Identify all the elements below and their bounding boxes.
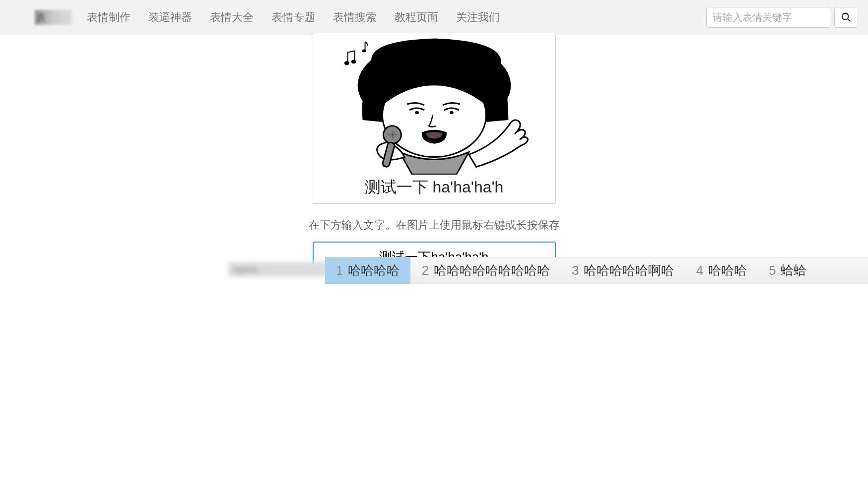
main-content: 测试一下 ha'ha'ha'h 在下方输入文字。在图片上使用鼠标右键或长按保存 …	[0, 35, 868, 272]
ime-candidate-number: 2	[421, 263, 428, 278]
site-logo[interactable]: 表	[35, 10, 72, 25]
ime-candidate-text: 哈哈哈	[708, 262, 747, 279]
nav-link-tool[interactable]: 装逼神器	[148, 10, 192, 25]
nav-link-topic[interactable]: 表情专题	[271, 10, 315, 25]
ime-candidate-5[interactable]: 5 蛤蛤	[758, 257, 817, 284]
blurred-watermark: spyna...	[228, 262, 328, 277]
hint-text: 在下方输入文字。在图片上使用鼠标右键或长按保存	[309, 218, 560, 233]
ime-candidate-bar: 1 哈哈哈哈 2 哈哈哈哈哈哈哈哈哈 3 哈哈哈哈哈啊哈 4 哈哈哈 5 蛤蛤	[325, 257, 868, 284]
ime-candidate-text: 哈哈哈哈哈哈哈哈哈	[434, 262, 550, 279]
navbar: 表 表情制作 装逼神器 表情大全 表情专题 表情搜索 教程页面 关注我们	[0, 0, 868, 35]
meme-caption: 测试一下 ha'ha'ha'h	[365, 177, 504, 198]
svg-point-7	[415, 111, 419, 114]
svg-point-4	[362, 49, 366, 52]
search-icon	[841, 12, 852, 23]
search-button[interactable]	[834, 7, 858, 28]
ime-candidate-number: 3	[572, 263, 579, 278]
ime-candidate-3[interactable]: 3 哈哈哈哈哈啊哈	[561, 257, 685, 284]
ime-candidate-2[interactable]: 2 哈哈哈哈哈哈哈哈哈	[410, 257, 560, 284]
ime-candidate-number: 5	[769, 263, 776, 278]
meme-image	[313, 36, 555, 175]
svg-point-2	[344, 61, 349, 65]
meme-preview[interactable]: 测试一下 ha'ha'ha'h	[313, 33, 556, 204]
svg-point-8	[449, 111, 453, 114]
svg-point-3	[351, 60, 356, 63]
ime-candidate-1[interactable]: 1 哈哈哈哈	[325, 257, 410, 284]
nav-link-search[interactable]: 表情搜索	[333, 10, 377, 25]
search-input[interactable]	[706, 7, 830, 28]
nav-link-follow[interactable]: 关注我们	[456, 10, 500, 25]
ime-candidate-number: 4	[696, 263, 703, 278]
nav-link-all[interactable]: 表情大全	[210, 10, 254, 25]
svg-line-1	[848, 19, 851, 22]
ime-candidate-4[interactable]: 4 哈哈哈	[685, 257, 757, 284]
nav-link-tutorial[interactable]: 教程页面	[395, 10, 438, 25]
ime-candidate-number: 1	[336, 263, 343, 278]
nav-right	[706, 7, 858, 28]
svg-point-0	[842, 13, 849, 20]
ime-candidate-text: 哈哈哈哈哈啊哈	[584, 262, 674, 279]
ime-candidate-text: 蛤蛤	[781, 262, 806, 279]
nav-links: 表情制作 装逼神器 表情大全 表情专题 表情搜索 教程页面 关注我们	[87, 10, 500, 25]
ime-candidate-text: 哈哈哈哈	[348, 262, 400, 279]
nav-link-make[interactable]: 表情制作	[87, 10, 131, 25]
